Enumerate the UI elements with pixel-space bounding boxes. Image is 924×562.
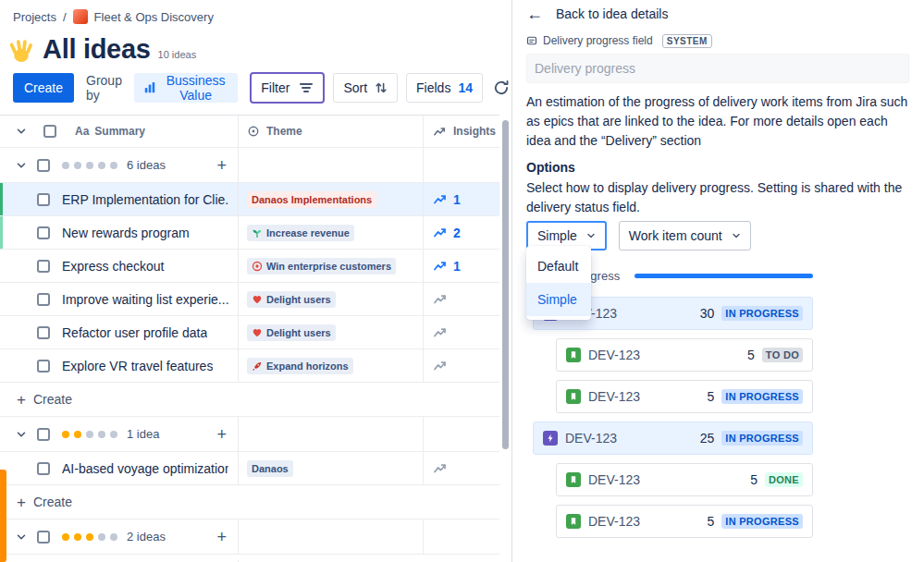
work-item-count: 5 bbox=[707, 389, 714, 404]
create-button[interactable]: Create bbox=[13, 73, 74, 103]
group-collapse-chevron-icon[interactable] bbox=[15, 428, 30, 441]
column-header-insights[interactable]: Insights bbox=[453, 125, 496, 138]
menu-item-simple[interactable]: Simple bbox=[526, 283, 591, 316]
group-collapse-chevron-icon[interactable] bbox=[15, 531, 30, 544]
theme-chip[interactable]: Expand horizons bbox=[247, 358, 353, 374]
row-checkbox[interactable] bbox=[37, 462, 50, 475]
target-icon bbox=[252, 261, 263, 272]
theme-chip[interactable]: Delight users bbox=[247, 291, 336, 308]
insights-trend-icon[interactable] bbox=[433, 325, 448, 340]
menu-item-default[interactable]: Default bbox=[526, 250, 591, 283]
row-checkbox[interactable] bbox=[37, 226, 50, 239]
insights-count[interactable]: 1 bbox=[453, 192, 461, 207]
sort-button[interactable]: Sort bbox=[333, 73, 398, 103]
group-collapse-chevron-icon[interactable] bbox=[15, 159, 30, 172]
row-checkbox[interactable] bbox=[37, 293, 50, 306]
create-idea-row[interactable]: + Create bbox=[0, 485, 499, 519]
refresh-icon[interactable] bbox=[491, 78, 511, 98]
column-header-summary[interactable]: Summary bbox=[94, 125, 145, 138]
theme-chip[interactable]: Increase revenue bbox=[247, 225, 354, 241]
theme-chip[interactable]: Win enterprise customers bbox=[247, 258, 396, 275]
display-style-dropdown-menu: Default Simple bbox=[526, 246, 591, 320]
field-settings-panel: ← Back to idea details Delivery progress… bbox=[511, 0, 924, 562]
row-checkbox[interactable] bbox=[37, 326, 50, 339]
epic-icon bbox=[543, 431, 558, 446]
row-checkbox[interactable] bbox=[37, 260, 50, 273]
breadcrumb-projects-link[interactable]: Projects bbox=[13, 10, 56, 24]
breadcrumb-project-link[interactable]: Fleet & Ops Discovery bbox=[94, 10, 214, 24]
table-row[interactable] bbox=[0, 555, 499, 562]
insights-trend-icon[interactable] bbox=[433, 359, 448, 373]
table-row[interactable]: AI-based voyage optimization Danaos bbox=[0, 452, 499, 485]
breadcrumb: Projects / Fleet & Ops Discovery bbox=[0, 0, 511, 24]
rollup-select[interactable]: Work item count bbox=[619, 221, 751, 250]
breadcrumb-separator: / bbox=[63, 10, 67, 24]
group-header[interactable]: 6 ideas + bbox=[0, 148, 499, 183]
fields-button[interactable]: Fields 14 bbox=[406, 73, 483, 103]
group-checkbox[interactable] bbox=[37, 159, 50, 172]
recently-created-indicator bbox=[0, 183, 3, 215]
back-to-idea-details-link[interactable]: Back to idea details bbox=[556, 6, 668, 21]
vertical-scrollbar bbox=[499, 112, 511, 562]
delivery-item-card: DEV-123 25 IN PROGRESS bbox=[533, 422, 813, 455]
insights-column-icon bbox=[433, 125, 447, 139]
table-row[interactable]: ERP Implementation for Clie... Danaos Im… bbox=[0, 183, 499, 216]
theme-column-icon bbox=[247, 125, 260, 138]
project-logo-icon bbox=[73, 9, 88, 24]
wave-emoji-icon bbox=[7, 37, 35, 65]
work-item-key: DEV-123 bbox=[588, 348, 640, 362]
group-by-label: Group by bbox=[86, 73, 126, 103]
chevron-down-icon bbox=[585, 230, 597, 241]
insights-count[interactable]: 1 bbox=[453, 259, 461, 274]
table-row[interactable]: Explore VR travel features Expand horizo… bbox=[0, 349, 499, 383]
group-count: 2 ideas bbox=[127, 530, 166, 544]
create-idea-label: Create bbox=[33, 392, 72, 407]
select-all-checkbox[interactable] bbox=[43, 125, 56, 138]
recently-created-indicator bbox=[0, 216, 3, 249]
group-header[interactable]: 1 idea + bbox=[0, 417, 499, 452]
group-by-value-button[interactable]: Bussiness Value bbox=[134, 73, 238, 103]
heart-icon bbox=[252, 327, 263, 338]
theme-chip[interactable]: Delight users bbox=[247, 324, 336, 341]
group-add-idea-button[interactable]: + bbox=[215, 426, 228, 443]
create-idea-row[interactable]: + Create bbox=[0, 383, 499, 417]
scrollbar-thumb[interactable] bbox=[502, 120, 509, 449]
orange-accent-bar bbox=[0, 470, 6, 562]
delivery-progress-bar bbox=[634, 274, 813, 278]
group-header[interactable]: 2 ideas + bbox=[0, 519, 499, 555]
work-item-key: DEV-123 bbox=[588, 389, 640, 404]
status-badge: IN PROGRESS bbox=[721, 389, 803, 404]
group-add-idea-button[interactable]: + bbox=[215, 157, 228, 174]
group-add-idea-button[interactable]: + bbox=[215, 529, 228, 545]
table-row[interactable]: Refactor user profile data Delight users bbox=[0, 316, 499, 349]
insights-count[interactable]: 2 bbox=[453, 226, 461, 240]
create-idea-label: Create bbox=[33, 495, 72, 509]
collapse-all-chevron-icon[interactable] bbox=[15, 125, 30, 138]
theme-chip[interactable]: Danaos Implementations bbox=[247, 191, 376, 208]
row-checkbox[interactable] bbox=[37, 193, 50, 206]
story-icon bbox=[566, 514, 581, 529]
insights-trend-icon[interactable] bbox=[433, 461, 448, 476]
theme-chip[interactable]: Danaos bbox=[247, 460, 293, 477]
filter-button[interactable]: Filter bbox=[250, 72, 325, 104]
fields-label: Fields bbox=[416, 80, 450, 95]
table-row[interactable]: Improve waiting list experie... Delight … bbox=[0, 283, 499, 316]
delivery-item-card: DEV-123 5 IN PROGRESS bbox=[556, 380, 813, 413]
group-checkbox[interactable] bbox=[37, 531, 50, 544]
options-title: Options bbox=[526, 160, 909, 175]
table-row[interactable]: Express checkout Win enterprise customer… bbox=[0, 250, 499, 283]
column-header-theme[interactable]: Theme bbox=[266, 125, 302, 138]
story-icon bbox=[566, 348, 581, 362]
field-name-input[interactable] bbox=[526, 54, 909, 83]
work-item-count: 30 bbox=[700, 306, 715, 321]
plus-icon: + bbox=[17, 392, 26, 408]
group-checkbox[interactable] bbox=[37, 428, 50, 441]
table-row[interactable]: New rewards program Increase revenue 2 bbox=[0, 216, 499, 250]
back-arrow-icon[interactable]: ← bbox=[526, 6, 543, 22]
insights-trend-icon[interactable] bbox=[433, 292, 448, 307]
work-item-key: DEV-123 bbox=[588, 472, 640, 487]
system-badge: SYSTEM bbox=[662, 34, 712, 48]
sort-label: Sort bbox=[343, 80, 367, 95]
delivery-item-card: DEV-123 5 DONE bbox=[556, 463, 813, 496]
row-checkbox[interactable] bbox=[37, 360, 50, 373]
